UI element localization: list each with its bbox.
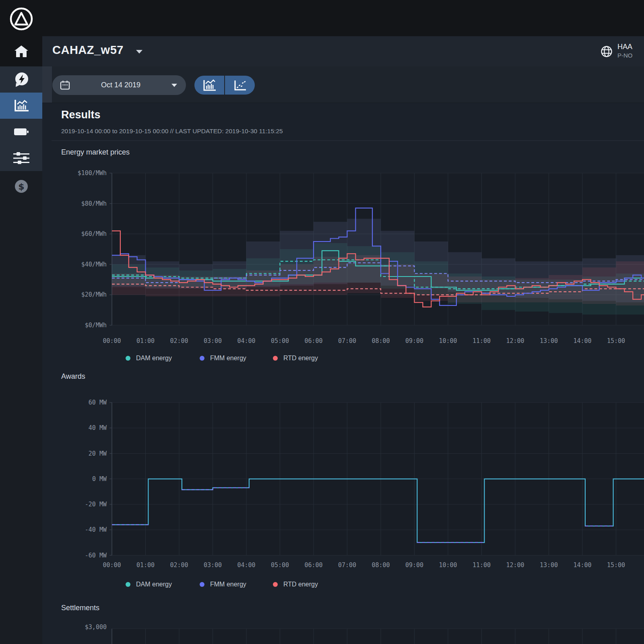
svg-text:08:00: 08:00 xyxy=(372,561,390,569)
fmm-legend-dot-icon xyxy=(200,356,204,361)
sidebar-item-results[interactable] xyxy=(0,93,42,119)
svg-text:10:00: 10:00 xyxy=(439,561,457,569)
svg-text:$40/MWh: $40/MWh xyxy=(81,261,107,268)
svg-text:$80/MWh: $80/MWh xyxy=(81,200,107,207)
rtd-legend-dot-icon xyxy=(273,582,278,587)
app-logo-icon[interactable] xyxy=(9,6,34,31)
rtd-legend-dot-icon xyxy=(273,356,278,361)
svg-text:40 MW: 40 MW xyxy=(89,424,107,431)
sidebar-item-settings[interactable] xyxy=(0,145,42,171)
svg-text:60 MW: 60 MW xyxy=(89,399,107,406)
svg-text:06:00: 06:00 xyxy=(304,561,322,569)
svg-text:$: $ xyxy=(18,182,24,192)
svg-text:-20 MW: -20 MW xyxy=(85,501,107,508)
svg-text:07:00: 07:00 xyxy=(338,561,356,569)
energy-market-prices-chart: $0/MWh$20/MWh$40/MWh$60/MWh$80/MWh$100/M… xyxy=(42,168,644,345)
svg-text:11:00: 11:00 xyxy=(473,337,491,345)
svg-text:05:00: 05:00 xyxy=(271,561,289,569)
page-title[interactable]: CAHAZ_w57 xyxy=(52,43,124,57)
svg-text:-40 MW: -40 MW xyxy=(85,526,107,533)
svg-text:03:00: 03:00 xyxy=(204,337,222,345)
sidebar-item-battery[interactable] xyxy=(0,119,42,145)
svg-text:07:00: 07:00 xyxy=(338,337,356,345)
settlements-chart: $3,000 xyxy=(42,612,644,644)
title-dropdown-caret-icon[interactable] xyxy=(136,50,142,54)
scatter-view-button[interactable] xyxy=(225,76,255,95)
bar-line-chart-icon xyxy=(202,79,216,91)
app-root: $ CAHAZ_w57 HAA P-NO Oct 14 2019 xyxy=(0,0,644,644)
account-line1: HAA xyxy=(617,42,644,52)
svg-text:11:00: 11:00 xyxy=(473,561,491,569)
svg-text:00:00: 00:00 xyxy=(103,561,121,569)
results-subtitle: 2019-10-14 00:00 to 2019-10-15 00:00 // … xyxy=(61,128,283,135)
svg-text:02:00: 02:00 xyxy=(170,337,188,345)
svg-text:15:00: 15:00 xyxy=(607,561,625,569)
svg-text:02:00: 02:00 xyxy=(170,561,188,569)
prices-section-title: Energy market prices xyxy=(61,148,130,157)
awards-section-title: Awards xyxy=(61,372,85,381)
legend-label: DAM energy xyxy=(136,581,172,588)
globe-icon[interactable] xyxy=(601,45,613,58)
legend-item-rtd[interactable]: RTD energy xyxy=(273,579,318,590)
legend-item-fmm[interactable]: FMM energy xyxy=(200,353,246,364)
chart-icon xyxy=(14,99,29,112)
dollar-icon: $ xyxy=(14,179,29,194)
dam-legend-dot-icon xyxy=(126,356,130,361)
svg-text:$0/MWh: $0/MWh xyxy=(85,322,107,329)
date-picker[interactable]: Oct 14 2019 xyxy=(52,75,186,95)
svg-text:03:00: 03:00 xyxy=(204,561,222,569)
svg-text:08:00: 08:00 xyxy=(372,337,390,345)
divider xyxy=(52,140,644,141)
svg-text:06:00: 06:00 xyxy=(304,337,322,345)
svg-text:13:00: 13:00 xyxy=(540,337,558,345)
svg-text:14:00: 14:00 xyxy=(573,337,591,345)
svg-text:13:00: 13:00 xyxy=(540,561,558,569)
date-caret-icon xyxy=(171,84,177,87)
svg-text:04:00: 04:00 xyxy=(237,337,255,345)
account-line2: P-NO xyxy=(617,52,644,60)
svg-text:$60/MWh: $60/MWh xyxy=(81,230,107,237)
calendar-icon xyxy=(60,80,70,90)
sidebar-item-energy[interactable] xyxy=(0,66,42,93)
legend-label: RTD energy xyxy=(283,581,318,588)
legend-label: FMM energy xyxy=(210,581,246,588)
svg-text:09:00: 09:00 xyxy=(405,561,423,569)
legend-item-dam[interactable]: DAM energy xyxy=(126,579,172,590)
svg-text:01:00: 01:00 xyxy=(136,337,155,345)
sidebar xyxy=(0,66,42,171)
account-info[interactable]: HAA P-NO xyxy=(617,42,644,63)
sliders-icon xyxy=(13,152,30,165)
legend-label: FMM energy xyxy=(210,355,246,362)
bar-line-view-button[interactable] xyxy=(194,76,224,95)
legend-item-rtd[interactable]: RTD energy xyxy=(273,353,318,364)
svg-text:-60 MW: -60 MW xyxy=(85,552,107,559)
svg-text:20 MW: 20 MW xyxy=(89,450,107,457)
svg-text:14:00: 14:00 xyxy=(573,561,591,569)
svg-text:$3,000: $3,000 xyxy=(85,623,107,631)
svg-text:0 MW: 0 MW xyxy=(92,475,107,483)
results-title: Results xyxy=(61,109,101,121)
awards-chart: -60 MW-40 MW-20 MW0 MW20 MW40 MW60 MW00:… xyxy=(42,386,644,570)
bolt-bubble-icon xyxy=(13,71,30,89)
svg-text:01:00: 01:00 xyxy=(136,561,155,569)
sidebar-lower: $ xyxy=(0,171,42,644)
svg-text:12:00: 12:00 xyxy=(506,337,524,345)
header-bar xyxy=(42,36,644,66)
svg-text:00:00: 00:00 xyxy=(103,337,121,345)
sidebar-item-home[interactable] xyxy=(0,36,42,66)
battery-icon xyxy=(14,128,29,136)
settlements-section-title: Settlements xyxy=(61,604,99,612)
svg-text:10:00: 10:00 xyxy=(439,337,457,345)
svg-text:05:00: 05:00 xyxy=(271,337,289,345)
date-value: Oct 14 2019 xyxy=(70,81,171,89)
svg-text:12:00: 12:00 xyxy=(506,561,524,569)
svg-text:$100/MWh: $100/MWh xyxy=(78,169,107,177)
chart-view-toggle xyxy=(194,76,255,95)
fmm-legend-dot-icon xyxy=(200,582,204,587)
svg-text:$20/MWh: $20/MWh xyxy=(81,291,107,298)
legend-item-dam[interactable]: DAM energy xyxy=(126,353,172,364)
legend-item-fmm[interactable]: FMM energy xyxy=(200,579,246,590)
top-bar xyxy=(0,0,644,36)
legend-label: RTD energy xyxy=(283,355,318,362)
sidebar-item-billing[interactable]: $ xyxy=(0,171,42,201)
